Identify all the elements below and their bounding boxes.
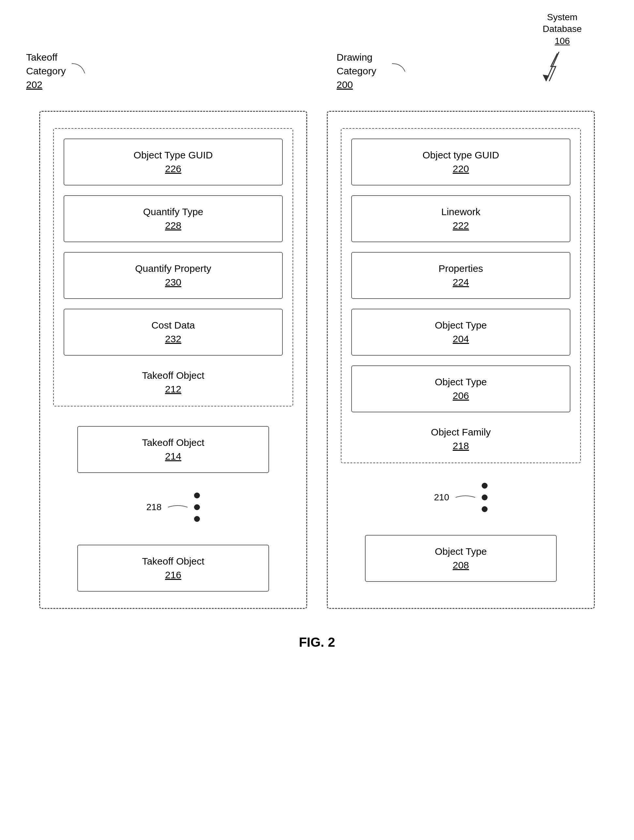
left-category-number: 202 [26, 79, 43, 90]
object-type-206-box: Object Type 206 [351, 365, 571, 412]
left-dot-2 [194, 504, 200, 510]
left-dots-with-label: 218 [146, 493, 200, 522]
right-dots-label: 210 [434, 492, 449, 503]
quantify-type-228-label: Quantify Type [143, 206, 204, 217]
properties-224-label: Properties [439, 263, 483, 274]
right-dots-col [482, 483, 488, 512]
right-dot-2 [482, 494, 488, 501]
linework-222-number: 222 [365, 219, 557, 232]
system-database-label: System Database 106 [539, 11, 585, 83]
linework-222-label: Linework [441, 206, 481, 217]
quantify-property-230-number: 230 [77, 275, 269, 289]
object-type-204-label: Object Type [435, 320, 487, 330]
cost-data-232-box: Cost Data 232 [63, 309, 283, 355]
linework-222-box: Linework 222 [351, 195, 571, 242]
quantify-type-228-number: 228 [77, 219, 269, 232]
drawing-category-container: Object type GUID 220 Linework 222 Proper… [327, 111, 595, 609]
left-category-title: Takeoff Category [26, 52, 66, 76]
left-curve-icon [168, 504, 188, 510]
page: System Database 106 Takeoff Category 202… [0, 0, 634, 840]
right-category-label: Drawing Category 200 [337, 51, 376, 92]
object-type-guid-226-box: Object Type GUID 226 [63, 139, 283, 185]
takeoff-object-214-number: 214 [91, 450, 256, 463]
cost-data-232-label: Cost Data [151, 320, 195, 330]
object-type-guid-220-label: Object type GUID [422, 150, 499, 160]
takeoff-object-212-label: Takeoff Object 212 [142, 369, 204, 396]
object-type-204-number: 204 [365, 332, 557, 346]
cost-data-232-number: 232 [77, 332, 269, 346]
object-type-208-box: Object Type 208 [365, 535, 557, 582]
properties-224-box: Properties 224 [351, 252, 571, 299]
left-category-label: Takeoff Category 202 [26, 51, 66, 92]
takeoff-object-214-box: Takeoff Object 214 [77, 426, 269, 473]
takeoff-object-216-label: Takeoff Object [142, 556, 204, 567]
right-dots-with-label: 210 [434, 483, 488, 512]
left-dots-col [194, 493, 200, 522]
right-dots-section: 210 [341, 476, 581, 519]
object-family-218-label: Object Family 218 [431, 425, 490, 453]
right-curve-icon [455, 494, 475, 501]
main-layout: Object Type GUID 226 Quantify Type 228 Q… [20, 111, 614, 609]
right-category-number: 200 [337, 79, 353, 90]
right-category-title: Drawing Category [337, 52, 376, 76]
quantify-property-230-label: Quantify Property [135, 263, 211, 274]
svg-marker-1 [543, 75, 549, 81]
object-type-208-number: 208 [379, 558, 543, 572]
left-bracket-icon [68, 51, 88, 77]
quantify-property-230-box: Quantify Property 230 [63, 252, 283, 299]
object-family-218-container: Object type GUID 220 Linework 222 Proper… [341, 128, 581, 463]
object-type-guid-226-number: 226 [77, 162, 269, 176]
object-type-guid-220-number: 220 [365, 162, 557, 176]
fig-caption: FIG. 2 [20, 635, 614, 650]
takeoff-category-container: Object Type GUID 226 Quantify Type 228 Q… [39, 111, 307, 609]
quantify-type-228-box: Quantify Type 228 [63, 195, 283, 242]
right-dot-3 [482, 506, 488, 512]
right-bracket-icon [389, 54, 408, 73]
properties-224-number: 224 [365, 275, 557, 289]
takeoff-object-216-number: 216 [91, 568, 256, 582]
system-db-text: System Database [539, 11, 585, 35]
object-type-206-number: 206 [365, 389, 557, 403]
object-type-206-label: Object Type [435, 376, 487, 387]
lightning-arrow-icon [539, 50, 566, 83]
object-type-208-label: Object Type [435, 546, 487, 557]
system-db-number: 106 [539, 35, 585, 47]
left-dots-section: 218 [53, 486, 293, 528]
object-type-204-box: Object Type 204 [351, 309, 571, 355]
object-type-guid-220-box: Object type GUID 220 [351, 139, 571, 185]
takeoff-object-212-container: Object Type GUID 226 Quantify Type 228 Q… [53, 128, 293, 406]
right-dot-1 [482, 483, 488, 489]
left-dots-label: 218 [146, 502, 162, 512]
takeoff-object-214-label: Takeoff Object [142, 437, 204, 448]
left-dot-3 [194, 516, 200, 522]
takeoff-object-216-box: Takeoff Object 216 [77, 545, 269, 592]
left-dot-1 [194, 493, 200, 498]
object-type-guid-226-label: Object Type GUID [134, 150, 213, 160]
